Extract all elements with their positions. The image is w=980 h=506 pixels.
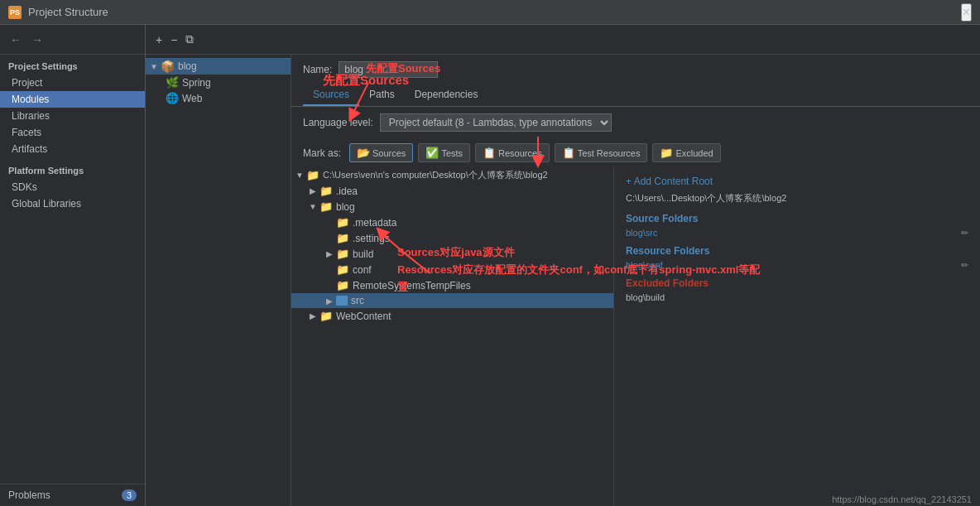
build-folder-icon: 📁	[336, 248, 349, 260]
tree-item-web-label: Web	[182, 93, 202, 104]
source-path-edit[interactable]: ✏	[961, 228, 968, 239]
idea-arrow: ▶	[308, 186, 318, 195]
file-tree-section: ▼ 📁 C:\Users\ven\n's computer\Desktop\个人…	[291, 167, 614, 506]
tree-item-blog[interactable]: ▼ 📦 blog	[146, 58, 291, 75]
back-button[interactable]: ←	[7, 31, 25, 48]
sidebar-item-sdks[interactable]: SDKs	[0, 179, 145, 195]
test-resources-mark-label: Test Resources	[578, 148, 641, 158]
mark-as-row: Mark as: 📂 Sources ✅ Tests 📋 Resources	[291, 138, 980, 167]
mark-tests-button[interactable]: ✅ Tests	[418, 143, 470, 162]
excluded-folder-path: blog\build	[626, 292, 968, 302]
test-resources-mark-icon: 📋	[562, 147, 575, 159]
name-row: Name:	[291, 55, 980, 84]
tree-settings[interactable]: 📁 .settings	[291, 230, 613, 246]
resource-path-value: blog\conf	[626, 260, 663, 271]
window-title: Project Structure	[28, 6, 108, 18]
remote-folder-icon: 📁	[336, 279, 349, 292]
content-area: + − ⧉ ▼ 📦 blog 🌿 Spring 🌐 Web	[146, 25, 980, 506]
mark-resources-button[interactable]: 📋 Resources	[475, 143, 550, 162]
name-input[interactable]	[339, 61, 438, 78]
metadata-folder-icon: 📁	[336, 216, 349, 229]
blog-folder-icon: 📁	[319, 200, 333, 213]
tab-paths[interactable]: Paths	[359, 84, 405, 106]
sidebar-item-modules[interactable]: Modules	[0, 91, 145, 108]
title-bar: PS Project Structure ×	[0, 0, 980, 25]
mark-test-resources-button[interactable]: 📋 Test Resources	[555, 143, 648, 162]
source-path-value: blog\src	[626, 228, 658, 239]
lower-content: ▼ 📁 C:\Users\ven\n's computer\Desktop\个人…	[291, 167, 980, 506]
language-select[interactable]: Project default (8 - Lambdas, type annot…	[380, 113, 612, 132]
sidebar-item-project[interactable]: Project	[0, 75, 145, 91]
tree-item-spring[interactable]: 🌿 Spring	[146, 75, 291, 90]
excluded-mark-icon: 📁	[660, 147, 673, 159]
tree-webcontent[interactable]: ▶ 📁 WebContent	[291, 308, 613, 324]
sidebar-item-global-libraries[interactable]: Global Libraries	[0, 195, 145, 212]
idea-folder-icon: 📁	[319, 185, 333, 197]
add-content-root-button[interactable]: Add Content Root	[626, 176, 968, 187]
idea-label: .idea	[336, 186, 358, 197]
webcontent-arrow: ▶	[308, 311, 318, 320]
tree-idea[interactable]: ▶ 📁 .idea	[291, 183, 613, 199]
tab-dependencies[interactable]: Dependencies	[405, 84, 488, 106]
tree-remote[interactable]: 📁 RemoteSystemsTempFiles	[291, 277, 613, 293]
content-main: ▼ 📦 blog 🌿 Spring 🌐 Web Name:	[146, 55, 980, 506]
info-section: Add Content Root C:\Users\...Desktop\个人博…	[614, 167, 980, 506]
mark-excluded-button[interactable]: 📁 Excluded	[652, 143, 720, 162]
tab-sources[interactable]: Sources	[303, 84, 359, 106]
tests-mark-label: Tests	[441, 148, 463, 158]
content-root-path: C:\Users\...Desktop\个人博客系统\blog2	[626, 192, 968, 205]
close-button[interactable]: ×	[961, 3, 972, 22]
sources-mark-label: Sources	[372, 148, 406, 158]
copy-button[interactable]: ⧉	[184, 31, 195, 48]
source-folder-path: blog\src ✏	[626, 228, 968, 239]
tree-arrow-blog: ▼	[149, 62, 159, 71]
tree-item-blog-label: blog	[178, 60, 197, 72]
tree-blog-folder[interactable]: ▼ 📁 blog	[291, 199, 613, 214]
remove-button[interactable]: −	[169, 31, 179, 48]
excluded-folders-title: Excluded Folders	[626, 277, 968, 289]
svg-text:PS: PS	[10, 8, 20, 17]
tests-mark-icon: ✅	[425, 147, 439, 159]
add-button[interactable]: +	[154, 31, 164, 48]
tree-root[interactable]: ▼ 📁 C:\Users\ven\n's computer\Desktop\个人…	[291, 167, 613, 183]
tree-build[interactable]: ▶ 📁 build	[291, 246, 613, 262]
sidebar-item-facets[interactable]: Facets	[0, 124, 145, 141]
src-arrow: ▶	[324, 296, 334, 306]
src-label: src	[351, 295, 364, 306]
module-icon: 📦	[161, 60, 175, 73]
tree-src[interactable]: ▶ src	[291, 293, 613, 308]
resource-folders-section: Resource Folders blog\conf ✏	[626, 245, 968, 271]
sidebar-item-artifacts[interactable]: Artifacts	[0, 141, 145, 157]
language-row: Language level: Project default (8 - Lam…	[291, 107, 980, 138]
root-arrow: ▼	[295, 171, 305, 180]
forward-button[interactable]: →	[28, 31, 46, 48]
metadata-label: .metadata	[353, 217, 396, 229]
mark-as-label: Mark as:	[303, 147, 341, 159]
root-folder-icon: 📁	[306, 169, 319, 181]
resources-mark-icon: 📋	[483, 147, 496, 159]
right-panel: Name: 先配置Sources Sources Paths Dependenc…	[291, 55, 980, 506]
web-icon: 🌐	[166, 92, 179, 104]
title-bar-left: PS Project Structure	[8, 6, 108, 19]
blog-folder-arrow: ▼	[308, 202, 318, 211]
tree-item-spring-label: Spring	[182, 77, 211, 89]
problems-badge: 3	[122, 489, 137, 501]
spring-icon: 🌿	[166, 76, 179, 89]
platform-settings-label: Platform Settings	[0, 157, 145, 179]
tree-metadata[interactable]: 📁 .metadata	[291, 214, 613, 230]
problems-label[interactable]: Problems	[8, 489, 50, 501]
source-folders-title: Source Folders	[626, 213, 968, 224]
tree-conf[interactable]: 📁 conf	[291, 262, 613, 277]
conf-folder-icon: 📁	[336, 263, 349, 276]
excluded-mark-label: Excluded	[675, 148, 713, 158]
settings-folder-icon: 📁	[336, 232, 349, 244]
add-content-root-label: Add Content Root	[634, 176, 713, 187]
settings-label: .settings	[353, 233, 390, 244]
tree-item-web[interactable]: 🌐 Web	[146, 90, 291, 106]
language-label: Language level:	[303, 117, 373, 128]
root-path: C:\Users\ven\n's computer\Desktop\个人博客系统…	[323, 169, 548, 181]
mark-sources-button[interactable]: 📂 Sources	[349, 143, 413, 162]
main-layout: ← → Project Settings Project Modules Lib…	[0, 25, 980, 506]
resource-path-edit[interactable]: ✏	[961, 260, 968, 271]
sidebar-item-libraries[interactable]: Libraries	[0, 108, 145, 124]
